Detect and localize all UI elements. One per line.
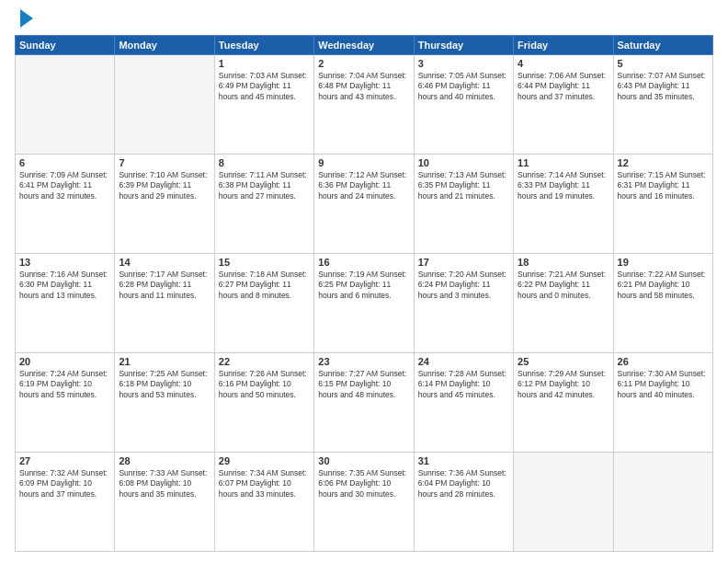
day-info: Sunrise: 7:15 AM Sunset: 6:31 PM Dayligh…: [618, 170, 709, 201]
day-number: 24: [418, 356, 509, 367]
calendar-cell: [514, 453, 613, 552]
day-info: Sunrise: 7:18 AM Sunset: 6:27 PM Dayligh…: [219, 270, 310, 301]
day-info: Sunrise: 7:25 AM Sunset: 6:18 PM Dayligh…: [119, 369, 210, 400]
calendar-cell: 6Sunrise: 7:09 AM Sunset: 6:41 PM Daylig…: [16, 155, 115, 254]
day-info: Sunrise: 7:36 AM Sunset: 6:04 PM Dayligh…: [418, 468, 509, 500]
day-number: 18: [518, 257, 609, 268]
day-number: 6: [19, 157, 110, 168]
day-number: 15: [219, 257, 310, 268]
day-number: 19: [618, 257, 709, 268]
day-number: 7: [119, 157, 210, 168]
day-info: Sunrise: 7:27 AM Sunset: 6:15 PM Dayligh…: [318, 369, 409, 400]
calendar-cell: 24Sunrise: 7:28 AM Sunset: 6:14 PM Dayli…: [414, 353, 513, 453]
calendar-cell: 11Sunrise: 7:14 AM Sunset: 6:33 PM Dayli…: [514, 155, 613, 254]
day-number: 17: [418, 257, 509, 268]
day-info: Sunrise: 7:35 AM Sunset: 6:06 PM Dayligh…: [318, 468, 409, 500]
calendar-header-cell: Wednesday: [314, 36, 414, 55]
page: SundayMondayTuesdayWednesdayThursdayFrid…: [0, 0, 728, 563]
calendar-cell: 14Sunrise: 7:17 AM Sunset: 6:28 PM Dayli…: [115, 254, 214, 353]
day-number: 16: [318, 257, 409, 268]
day-info: Sunrise: 7:06 AM Sunset: 6:44 PM Dayligh…: [518, 71, 609, 102]
calendar-cell: 15Sunrise: 7:18 AM Sunset: 6:27 PM Dayli…: [214, 254, 313, 353]
calendar-cell: 10Sunrise: 7:13 AM Sunset: 6:35 PM Dayli…: [414, 155, 513, 254]
calendar-cell: 17Sunrise: 7:20 AM Sunset: 6:24 PM Dayli…: [414, 254, 513, 353]
day-number: 25: [518, 356, 609, 367]
calendar-cell: 21Sunrise: 7:25 AM Sunset: 6:18 PM Dayli…: [115, 353, 214, 453]
logo: [15, 11, 33, 28]
calendar-cell: 26Sunrise: 7:30 AM Sunset: 6:11 PM Dayli…: [613, 353, 712, 453]
day-info: Sunrise: 7:22 AM Sunset: 6:21 PM Dayligh…: [618, 270, 709, 301]
day-number: 23: [318, 356, 409, 367]
calendar-header-cell: Sunday: [16, 36, 115, 55]
day-number: 20: [19, 356, 110, 367]
calendar-cell: 7Sunrise: 7:10 AM Sunset: 6:39 PM Daylig…: [115, 155, 214, 254]
day-info: Sunrise: 7:20 AM Sunset: 6:24 PM Dayligh…: [418, 270, 509, 301]
calendar-cell: 13Sunrise: 7:16 AM Sunset: 6:30 PM Dayli…: [16, 254, 115, 353]
day-info: Sunrise: 7:26 AM Sunset: 6:16 PM Dayligh…: [219, 369, 310, 400]
day-number: 27: [19, 455, 110, 466]
day-info: Sunrise: 7:33 AM Sunset: 6:08 PM Dayligh…: [119, 468, 210, 500]
calendar-cell: [115, 55, 214, 155]
calendar-cell: 4Sunrise: 7:06 AM Sunset: 6:44 PM Daylig…: [514, 55, 613, 155]
calendar-cell: [613, 453, 712, 552]
calendar-cell: 12Sunrise: 7:15 AM Sunset: 6:31 PM Dayli…: [613, 155, 712, 254]
day-number: 12: [618, 157, 709, 168]
calendar-cell: 23Sunrise: 7:27 AM Sunset: 6:15 PM Dayli…: [314, 353, 414, 453]
calendar-cell: 25Sunrise: 7:29 AM Sunset: 6:12 PM Dayli…: [514, 353, 613, 453]
header: [15, 11, 713, 28]
day-number: 11: [518, 157, 609, 168]
day-number: 8: [219, 157, 310, 168]
calendar-cell: 19Sunrise: 7:22 AM Sunset: 6:21 PM Dayli…: [613, 254, 712, 353]
day-number: 30: [318, 455, 409, 466]
calendar-cell: 28Sunrise: 7:33 AM Sunset: 6:08 PM Dayli…: [115, 453, 214, 552]
calendar-cell: 18Sunrise: 7:21 AM Sunset: 6:22 PM Dayli…: [514, 254, 613, 353]
calendar-header-cell: Friday: [514, 36, 613, 55]
day-info: Sunrise: 7:32 AM Sunset: 6:09 PM Dayligh…: [19, 468, 110, 500]
day-info: Sunrise: 7:10 AM Sunset: 6:39 PM Dayligh…: [119, 170, 210, 201]
day-number: 29: [219, 455, 310, 466]
day-info: Sunrise: 7:03 AM Sunset: 6:49 PM Dayligh…: [219, 71, 310, 102]
calendar-week-row: 1Sunrise: 7:03 AM Sunset: 6:49 PM Daylig…: [16, 55, 713, 155]
calendar-body: 1Sunrise: 7:03 AM Sunset: 6:49 PM Daylig…: [16, 55, 713, 552]
day-info: Sunrise: 7:28 AM Sunset: 6:14 PM Dayligh…: [418, 369, 509, 400]
day-info: Sunrise: 7:14 AM Sunset: 6:33 PM Dayligh…: [518, 170, 609, 201]
day-number: 14: [119, 257, 210, 268]
calendar-cell: 22Sunrise: 7:26 AM Sunset: 6:16 PM Dayli…: [214, 353, 313, 453]
calendar-cell: 5Sunrise: 7:07 AM Sunset: 6:43 PM Daylig…: [613, 55, 712, 155]
day-info: Sunrise: 7:34 AM Sunset: 6:07 PM Dayligh…: [219, 468, 310, 500]
calendar-header-row: SundayMondayTuesdayWednesdayThursdayFrid…: [16, 36, 713, 55]
day-number: 5: [618, 58, 709, 69]
calendar-cell: 27Sunrise: 7:32 AM Sunset: 6:09 PM Dayli…: [16, 453, 115, 552]
day-number: 21: [119, 356, 210, 367]
calendar-week-row: 13Sunrise: 7:16 AM Sunset: 6:30 PM Dayli…: [16, 254, 713, 353]
day-number: 9: [318, 157, 409, 168]
calendar-week-row: 20Sunrise: 7:24 AM Sunset: 6:19 PM Dayli…: [16, 353, 713, 453]
calendar-header-cell: Thursday: [414, 36, 513, 55]
logo-arrow-icon: [20, 9, 33, 28]
calendar-cell: 3Sunrise: 7:05 AM Sunset: 6:46 PM Daylig…: [414, 55, 513, 155]
calendar-cell: 2Sunrise: 7:04 AM Sunset: 6:48 PM Daylig…: [314, 55, 414, 155]
day-info: Sunrise: 7:09 AM Sunset: 6:41 PM Dayligh…: [19, 170, 110, 201]
day-info: Sunrise: 7:30 AM Sunset: 6:11 PM Dayligh…: [618, 369, 709, 400]
day-info: Sunrise: 7:07 AM Sunset: 6:43 PM Dayligh…: [618, 71, 709, 102]
calendar-table: SundayMondayTuesdayWednesdayThursdayFrid…: [15, 35, 713, 552]
calendar-cell: 31Sunrise: 7:36 AM Sunset: 6:04 PM Dayli…: [414, 453, 513, 552]
day-number: 13: [19, 257, 110, 268]
calendar-cell: 8Sunrise: 7:11 AM Sunset: 6:38 PM Daylig…: [214, 155, 313, 254]
day-info: Sunrise: 7:29 AM Sunset: 6:12 PM Dayligh…: [518, 369, 609, 400]
day-info: Sunrise: 7:13 AM Sunset: 6:35 PM Dayligh…: [418, 170, 509, 201]
day-info: Sunrise: 7:12 AM Sunset: 6:36 PM Dayligh…: [318, 170, 409, 201]
day-number: 28: [119, 455, 210, 466]
calendar-cell: [16, 55, 115, 155]
calendar-week-row: 6Sunrise: 7:09 AM Sunset: 6:41 PM Daylig…: [16, 155, 713, 254]
calendar-header-cell: Monday: [115, 36, 214, 55]
calendar-cell: 1Sunrise: 7:03 AM Sunset: 6:49 PM Daylig…: [214, 55, 313, 155]
day-info: Sunrise: 7:05 AM Sunset: 6:46 PM Dayligh…: [418, 71, 509, 102]
day-number: 22: [219, 356, 310, 367]
calendar-cell: 29Sunrise: 7:34 AM Sunset: 6:07 PM Dayli…: [214, 453, 313, 552]
calendar-week-row: 27Sunrise: 7:32 AM Sunset: 6:09 PM Dayli…: [16, 453, 713, 552]
day-number: 1: [219, 58, 310, 69]
day-info: Sunrise: 7:04 AM Sunset: 6:48 PM Dayligh…: [318, 71, 409, 102]
day-number: 26: [618, 356, 709, 367]
day-info: Sunrise: 7:19 AM Sunset: 6:25 PM Dayligh…: [318, 270, 409, 301]
